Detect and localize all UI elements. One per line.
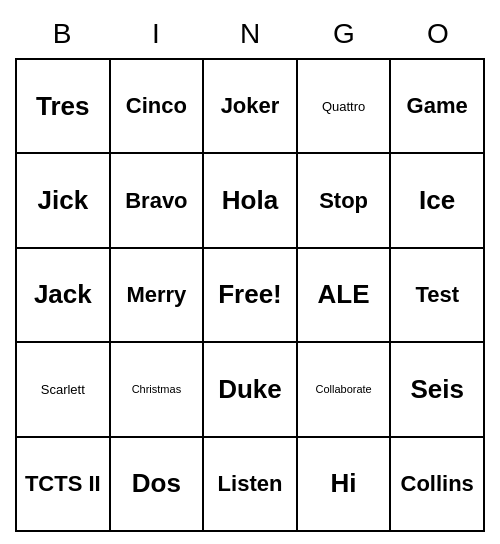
bingo-cell-r0-c2: Joker xyxy=(204,60,298,154)
bingo-cell-r3-c1: Christmas xyxy=(111,343,205,437)
header-letter-n: N xyxy=(206,18,294,50)
cell-text: Game xyxy=(407,93,468,119)
bingo-cell-r2-c0: Jack xyxy=(17,249,111,343)
bingo-cell-r1-c4: Ice xyxy=(391,154,485,248)
cell-text: Joker xyxy=(221,93,280,119)
cell-text: Test xyxy=(415,282,459,308)
bingo-cell-r0-c3: Quattro xyxy=(298,60,392,154)
bingo-cell-r3-c0: Scarlett xyxy=(17,343,111,437)
bingo-card: BINGO TresCincoJokerQuattroGameJickBravo… xyxy=(15,12,485,532)
bingo-cell-r4-c0: TCTS II xyxy=(17,438,111,532)
bingo-cell-r4-c2: Listen xyxy=(204,438,298,532)
cell-text: Seis xyxy=(410,374,464,405)
cell-text: Dos xyxy=(132,468,181,499)
cell-text: TCTS II xyxy=(25,471,101,497)
bingo-cell-r3-c3: Collaborate xyxy=(298,343,392,437)
bingo-cell-r4-c4: Collins xyxy=(391,438,485,532)
cell-text: Hola xyxy=(222,185,278,216)
cell-text: Free! xyxy=(218,279,282,310)
cell-text: Jack xyxy=(34,279,92,310)
cell-text: Bravo xyxy=(125,188,187,214)
header-letter-o: O xyxy=(394,18,482,50)
cell-text: Listen xyxy=(218,471,283,497)
cell-text: Collaborate xyxy=(315,383,371,395)
bingo-cell-r2-c1: Merry xyxy=(111,249,205,343)
bingo-cell-r2-c3: ALE xyxy=(298,249,392,343)
bingo-cell-r1-c1: Bravo xyxy=(111,154,205,248)
cell-text: Collins xyxy=(401,471,474,497)
bingo-cell-r3-c4: Seis xyxy=(391,343,485,437)
bingo-cell-r2-c2: Free! xyxy=(204,249,298,343)
bingo-cell-r4-c3: Hi xyxy=(298,438,392,532)
cell-text: Ice xyxy=(419,185,455,216)
bingo-grid: TresCincoJokerQuattroGameJickBravoHolaSt… xyxy=(15,58,485,532)
cell-text: Jick xyxy=(37,185,88,216)
cell-text: Cinco xyxy=(126,93,187,119)
cell-text: Duke xyxy=(218,374,282,405)
cell-text: ALE xyxy=(318,279,370,310)
bingo-cell-r1-c2: Hola xyxy=(204,154,298,248)
cell-text: Stop xyxy=(319,188,368,214)
cell-text: Christmas xyxy=(132,383,182,395)
cell-text: Scarlett xyxy=(41,382,85,397)
bingo-cell-r4-c1: Dos xyxy=(111,438,205,532)
bingo-header: BINGO xyxy=(15,12,485,56)
header-letter-i: I xyxy=(112,18,200,50)
cell-text: Merry xyxy=(126,282,186,308)
header-letter-b: B xyxy=(18,18,106,50)
bingo-cell-r1-c3: Stop xyxy=(298,154,392,248)
bingo-cell-r3-c2: Duke xyxy=(204,343,298,437)
cell-text: Quattro xyxy=(322,99,365,114)
header-letter-g: G xyxy=(300,18,388,50)
bingo-cell-r1-c0: Jick xyxy=(17,154,111,248)
cell-text: Hi xyxy=(331,468,357,499)
bingo-cell-r0-c0: Tres xyxy=(17,60,111,154)
bingo-cell-r0-c1: Cinco xyxy=(111,60,205,154)
bingo-cell-r2-c4: Test xyxy=(391,249,485,343)
cell-text: Tres xyxy=(36,91,90,122)
bingo-cell-r0-c4: Game xyxy=(391,60,485,154)
